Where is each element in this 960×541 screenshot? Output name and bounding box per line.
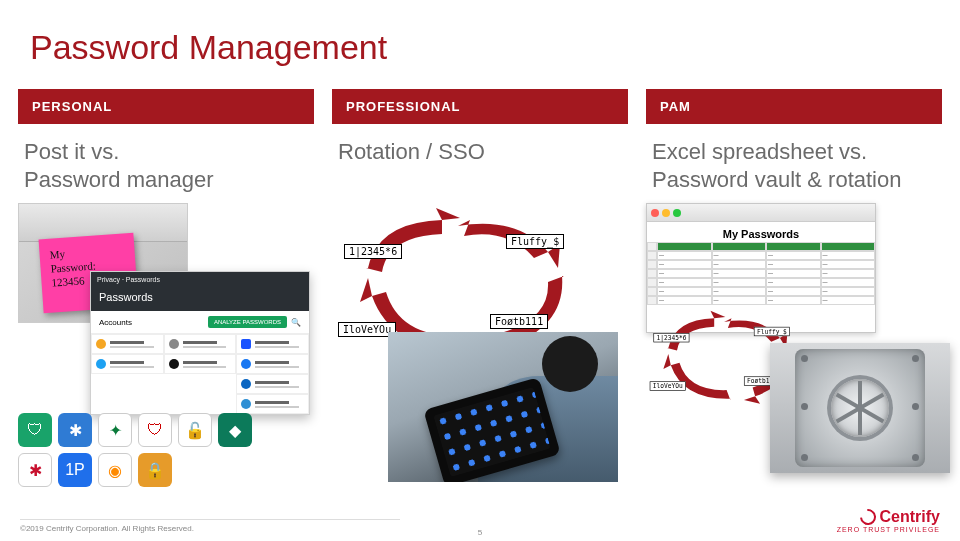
- brand-tagline: ZERO TRUST PRIVILEGE: [837, 526, 940, 533]
- password-manager-screenshot: Privacy · Passwords Passwords Accounts A…: [90, 271, 310, 415]
- svg-marker-3: [436, 208, 460, 220]
- pwmgr-title: Passwords: [91, 287, 309, 311]
- column-sub-pam: Excel spreadsheet vs. Password vault & r…: [646, 124, 942, 203]
- pwmgr-account: [236, 354, 309, 374]
- tablet-user-photo: [388, 332, 618, 482]
- brand-name-text: Centrify: [880, 508, 940, 526]
- app-icon: 🛡: [138, 413, 172, 447]
- page-number: 5: [478, 528, 482, 537]
- vault-image: [770, 343, 950, 473]
- pwmgr-account: [164, 334, 237, 354]
- rotation-password-label: IloVeYOu: [650, 381, 686, 390]
- app-icon: ◆: [218, 413, 252, 447]
- search-icon: 🔍: [291, 318, 301, 327]
- column-header-professional: PROFESSIONAL: [332, 89, 628, 124]
- rotation-password-label: 1|2345*6: [344, 244, 402, 259]
- pwmgr-breadcrumb: Privacy · Passwords: [91, 272, 309, 287]
- column-header-pam: PAM: [646, 89, 942, 124]
- column-header-personal: PERSONAL: [18, 89, 314, 124]
- app-icon: ✱: [18, 453, 52, 487]
- pwmgr-account: [236, 334, 309, 354]
- app-icon: ✦: [98, 413, 132, 447]
- column-personal: PERSONAL Post it vs. Password manager My…: [18, 89, 314, 366]
- brand-swirl-icon: [856, 506, 879, 529]
- pwmgr-section: Accounts: [99, 318, 132, 327]
- pwmgr-account: [236, 394, 309, 414]
- rotation-password-label: Foøtb111: [490, 314, 548, 329]
- spreadsheet-grid: ———— ———— ———— ———— ———— ————: [647, 242, 875, 305]
- pwmgr-account: [164, 354, 237, 374]
- column-pam: PAM Excel spreadsheet vs. Password vault…: [646, 89, 942, 366]
- svg-marker-6: [663, 354, 670, 369]
- rotation-password-label: 1|2345*6: [653, 333, 689, 342]
- copyright: ©2019 Centrify Corporation. All Rights R…: [20, 519, 400, 533]
- svg-marker-7: [710, 311, 725, 318]
- column-professional: PROFESSIONAL Rotation / SSO 1|23: [332, 89, 628, 366]
- rotation-password-label: Fluffy_$: [754, 327, 790, 336]
- brand-logo: Centrify ZERO TRUST PRIVILEGE: [837, 508, 940, 533]
- pwmgr-account: [91, 334, 164, 354]
- app-icon: ◉: [98, 453, 132, 487]
- slide-title: Password Management: [0, 0, 960, 67]
- pwmgr-account: [91, 354, 164, 374]
- app-icon: 1P: [58, 453, 92, 487]
- columns: PERSONAL Post it vs. Password manager My…: [0, 67, 960, 366]
- app-icon: 🔓: [178, 413, 212, 447]
- column-sub-professional: Rotation / SSO: [332, 124, 628, 202]
- pwmgr-account: [236, 374, 309, 394]
- rotation-password-label: Fluffy_$: [506, 234, 564, 249]
- app-icon: 🛡: [18, 413, 52, 447]
- column-sub-personal: Post it vs. Password manager: [18, 124, 314, 203]
- pwmgr-analyze-button: ANALYZE PASSWORDS: [208, 316, 287, 328]
- svg-marker-2: [360, 278, 372, 302]
- svg-marker-5: [744, 396, 760, 403]
- app-icon: 🔒: [138, 453, 172, 487]
- spreadsheet-title: My Passwords: [647, 222, 875, 242]
- security-app-icons: 🛡 ✱ ✦ 🛡 🔓 ◆ ✱ 1P ◉ 🔒: [18, 413, 252, 487]
- app-icon: ✱: [58, 413, 92, 447]
